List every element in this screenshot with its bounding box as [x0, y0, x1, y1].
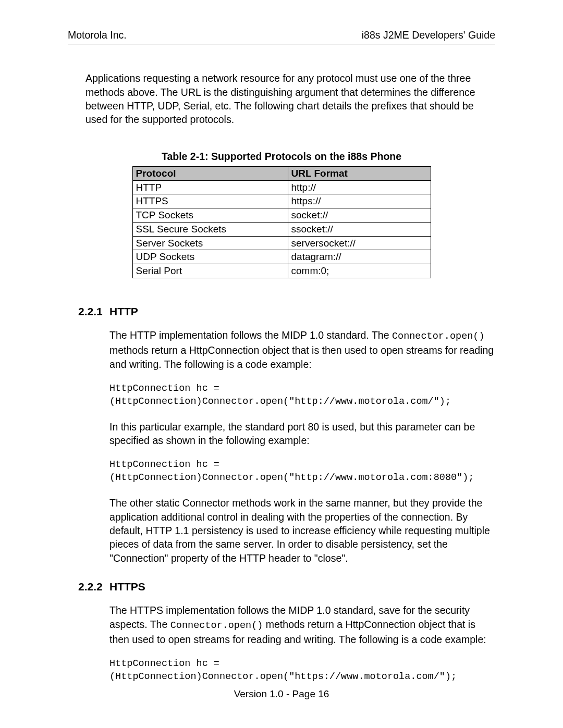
table-cell: SSL Secure Sockets: [132, 222, 288, 236]
header-left: Motorola Inc.: [68, 28, 127, 42]
inline-code: Connector.open(): [392, 331, 485, 342]
page-footer: Version 1.0 - Page 16: [0, 687, 563, 701]
section-http: 2.2.1 HTTP The HTTP implementation follo…: [78, 304, 495, 565]
paragraph-text: The HTTP implementation follows the MIDP…: [109, 329, 392, 341]
section-number: 2.2.1: [78, 304, 109, 319]
table-cell: comm:0;: [288, 264, 431, 278]
section-heading: 2.2.1 HTTP: [78, 304, 495, 319]
paragraph: The HTTPS implementation follows the MID…: [109, 603, 495, 646]
paragraph: The other static Connector methods work …: [109, 496, 495, 565]
inline-code: Connector.open(): [170, 620, 263, 631]
table-cell: HTTPS: [132, 194, 288, 208]
table-cell: ssocket://: [288, 222, 431, 236]
intro-paragraph: Applications requesting a network resour…: [85, 71, 495, 126]
table-cell: serversocket://: [288, 236, 431, 250]
section-heading: 2.2.2 HTTPS: [78, 579, 495, 594]
table-cell: TCP Sockets: [132, 208, 288, 223]
table-cell: Serial Port: [132, 264, 288, 278]
table-cell: socket://: [288, 208, 431, 223]
code-block: HttpConnection hc = (HttpConnection)Conn…: [109, 382, 495, 409]
paragraph: In this particular example, the standard…: [109, 420, 495, 448]
code-block: HttpConnection hc = (HttpConnection)Conn…: [109, 459, 495, 485]
table-row: HTTPS https://: [132, 194, 431, 208]
header-right: i88s J2ME Developers' Guide: [362, 28, 495, 42]
table-row: SSL Secure Sockets ssocket://: [132, 222, 431, 236]
table-row: TCP Sockets socket://: [132, 208, 431, 223]
paragraph-text: methods return a HttpConnection object t…: [109, 344, 494, 369]
table-row: HTTP http://: [132, 180, 431, 194]
table-cell: UDP Sockets: [132, 250, 288, 264]
table-row: UDP Sockets datagram://: [132, 250, 431, 264]
table-header-row: Protocol URL Format: [132, 166, 431, 180]
section-title: HTTP: [109, 304, 138, 319]
code-block: HttpConnection hc = (HttpConnection)Conn…: [109, 658, 495, 684]
table-cell: datagram://: [288, 250, 431, 264]
page-header: Motorola Inc. i88s J2ME Developers' Guid…: [68, 28, 495, 44]
section-body: The HTTPS implementation follows the MID…: [109, 603, 495, 684]
section-body: The HTTP implementation follows the MIDP…: [109, 328, 495, 565]
table-cell: HTTP: [132, 180, 288, 194]
table-caption: Table 2-1: Supported Protocols on the i8…: [68, 150, 495, 163]
table-cell: Server Sockets: [132, 236, 288, 250]
section-title: HTTPS: [109, 579, 145, 594]
table-header-cell: URL Format: [288, 166, 431, 180]
section-https: 2.2.2 HTTPS The HTTPS implementation fol…: [78, 579, 495, 684]
protocols-table: Protocol URL Format HTTP http:// HTTPS h…: [132, 166, 431, 278]
table-row: Serial Port comm:0;: [132, 264, 431, 278]
table-cell: https://: [288, 194, 431, 208]
section-number: 2.2.2: [78, 579, 109, 594]
table-header-cell: Protocol: [132, 166, 288, 180]
table-row: Server Sockets serversocket://: [132, 236, 431, 250]
table-cell: http://: [288, 180, 431, 194]
paragraph: The HTTP implementation follows the MIDP…: [109, 328, 495, 371]
